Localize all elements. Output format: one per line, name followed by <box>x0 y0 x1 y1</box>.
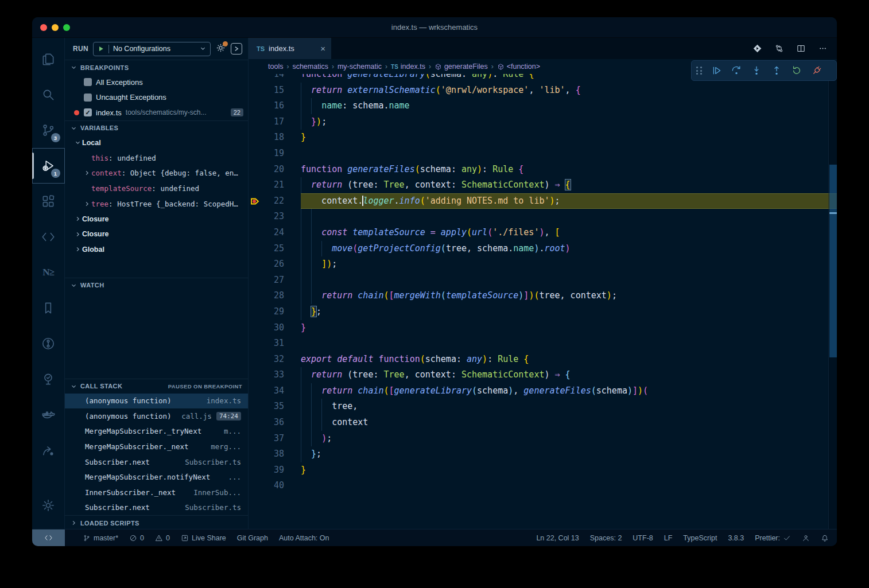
code-line[interactable]: 32export default function(schema: any): … <box>249 352 837 368</box>
call-stack-header[interactable]: CALL STACK PAUSED ON BREAKPOINT <box>65 379 248 394</box>
status-live-share[interactable]: Live Share <box>181 534 226 542</box>
breakpoint-margin[interactable] <box>249 209 261 225</box>
loaded-scripts-header[interactable]: LOADED SCRIPTS <box>65 516 248 530</box>
call-stack-frame[interactable]: (anonymous function)index.ts <box>65 394 248 409</box>
status-cursor-position[interactable]: Ln 22, Col 13 <box>536 534 579 542</box>
call-stack-frame[interactable]: InnerSubscriber._nextInnerSub... <box>65 485 248 500</box>
code-line[interactable]: 38 }; <box>249 446 837 462</box>
breakpoint-row[interactable]: Uncaught Exceptions <box>65 90 248 106</box>
breakpoint-margin[interactable] <box>249 383 261 399</box>
debug-console-button[interactable] <box>231 43 242 54</box>
close-tab-icon[interactable]: × <box>320 44 325 53</box>
debug-settings-gear[interactable] <box>215 42 226 56</box>
breakpoint-margin[interactable] <box>249 98 261 114</box>
split-editor-icon[interactable] <box>796 44 806 53</box>
code-line[interactable]: 24 const templateSource = apply(url('./f… <box>249 225 837 241</box>
code-line[interactable]: 15 return externalSchematic('@nrwl/works… <box>249 83 837 99</box>
breakpoint-margin[interactable] <box>249 399 261 415</box>
editor-scrollbar[interactable] <box>828 74 837 529</box>
open-changes-icon[interactable] <box>752 44 762 53</box>
code-line[interactable]: 35 tree, <box>249 399 837 415</box>
step-into-button[interactable] <box>749 63 764 78</box>
breakpoint-margin[interactable] <box>249 478 261 494</box>
status-notifications[interactable] <box>821 534 829 542</box>
call-stack-frame[interactable]: (anonymous function)call.js74:24 <box>65 408 248 424</box>
variable-row[interactable]: context: Object {debug: false, en… <box>65 166 248 181</box>
activity-item-git-history[interactable] <box>32 326 65 361</box>
toolbar-drag-handle[interactable] <box>696 67 703 75</box>
variable-row[interactable]: Closure <box>65 227 248 242</box>
checkbox[interactable] <box>84 78 92 86</box>
breakpoint-margin[interactable] <box>249 446 261 462</box>
activity-item-live-share[interactable] <box>32 433 65 468</box>
breakpoint-margin[interactable] <box>249 415 261 431</box>
code-line[interactable]: 27 <box>249 272 837 289</box>
status-encoding[interactable]: UTF-8 <box>633 534 653 542</box>
breakpoint-margin[interactable] <box>249 162 261 178</box>
code-line[interactable]: 26 ]); <box>249 256 837 272</box>
code-line[interactable]: 28 return chain([mergeWith(templateSourc… <box>249 288 837 304</box>
breakpoint-margin[interactable] <box>249 462 261 478</box>
breakpoint-row[interactable]: All Exceptions <box>65 75 248 90</box>
breakpoint-margin[interactable] <box>249 225 261 241</box>
breakpoint-margin[interactable] <box>249 256 261 272</box>
variable-row[interactable]: templateSource: undefined <box>65 181 248 196</box>
code-line[interactable]: 25 move(getProjectConfig(tree, schema.na… <box>249 241 837 257</box>
activity-item-test-explorer[interactable] <box>32 361 65 397</box>
breakpoint-margin[interactable] <box>249 304 261 320</box>
continue-button[interactable] <box>709 63 724 78</box>
variable-row[interactable]: this: undefined <box>65 150 248 166</box>
start-debug-icon[interactable] <box>98 45 104 52</box>
step-out-button[interactable] <box>769 63 784 78</box>
git-compare-icon[interactable] <box>774 44 784 53</box>
code-line[interactable]: 18} <box>249 130 837 146</box>
call-stack-frame[interactable]: MergeMapSubscriber._nextmerg... <box>65 439 248 454</box>
code-line[interactable]: 20function generateFiles(schema: any): R… <box>249 162 837 178</box>
code-editor[interactable]: 14function generateLibrary(schema: any):… <box>249 74 837 529</box>
status-errors[interactable]: 0 <box>129 534 144 542</box>
activity-item-search[interactable] <box>32 77 65 112</box>
activity-item-run-and-debug[interactable]: 1 <box>32 148 65 184</box>
breakpoint-margin[interactable] <box>249 288 261 304</box>
breakpoints-header[interactable]: BREAKPOINTS <box>65 60 248 75</box>
restart-button[interactable] <box>789 63 804 78</box>
status-eol[interactable]: LF <box>664 534 673 542</box>
breadcrumb-item[interactable]: <function> <box>497 63 540 71</box>
debug-config-dropdown[interactable]: No Configurations <box>93 42 211 56</box>
status-indentation[interactable]: Spaces: 2 <box>590 534 622 542</box>
breadcrumb-item[interactable]: tools <box>268 63 283 71</box>
variable-row[interactable]: Local <box>65 135 248 151</box>
code-line[interactable]: 19 <box>249 146 837 162</box>
activity-item-bookmarks[interactable] <box>32 290 65 326</box>
disconnect-button[interactable] <box>809 63 824 78</box>
breakpoint-margin[interactable] <box>249 431 261 447</box>
activity-item-remote-explorer[interactable] <box>32 219 65 255</box>
breakpoint-margin[interactable] <box>249 83 261 99</box>
watch-header[interactable]: WATCH <box>65 278 248 293</box>
code-line[interactable]: 37 ); <box>249 431 837 447</box>
code-line[interactable]: 22 context.logger.info('adding NOTES.md … <box>249 193 837 209</box>
breadcrumb-item[interactable]: my-schematic <box>337 63 382 71</box>
call-stack-frame[interactable]: Subscriber.nextSubscriber.ts <box>65 454 248 470</box>
call-stack-frame[interactable]: MergeMapSubscriber.notifyNext... <box>65 469 248 485</box>
variables-header[interactable]: VARIABLES <box>65 121 248 135</box>
code-line[interactable]: 39} <box>249 462 837 478</box>
code-line[interactable]: 36 context <box>249 415 837 431</box>
breakpoint-margin[interactable] <box>249 130 261 146</box>
current-line-breakpoint-marker[interactable] <box>249 193 261 209</box>
scrollbar-thumb[interactable] <box>829 165 837 357</box>
code-line[interactable]: 34 return chain([generateLibrary(schema)… <box>249 383 837 399</box>
code-line[interactable]: 33 return (tree: Tree, context: Schemati… <box>249 367 837 383</box>
code-line[interactable]: 30} <box>249 320 837 336</box>
code-line[interactable]: 23 <box>249 209 837 225</box>
activity-item-nx-console[interactable]: N≥ <box>32 255 65 290</box>
activity-item-explorer[interactable] <box>32 41 65 77</box>
breakpoint-row[interactable]: ✓index.tstools/schematics/my-sch...22 <box>65 105 248 120</box>
status-git-branch[interactable]: master* <box>83 534 118 542</box>
breakpoint-margin[interactable] <box>249 352 261 368</box>
code-line[interactable]: 31 <box>249 336 837 352</box>
breadcrumb-item[interactable]: schematics <box>292 63 328 71</box>
code-line[interactable]: 21 return (tree: Tree, context: Schemati… <box>249 177 837 193</box>
breakpoint-margin[interactable] <box>249 241 261 257</box>
status-auto-attach[interactable]: Auto Attach: On <box>279 534 329 542</box>
